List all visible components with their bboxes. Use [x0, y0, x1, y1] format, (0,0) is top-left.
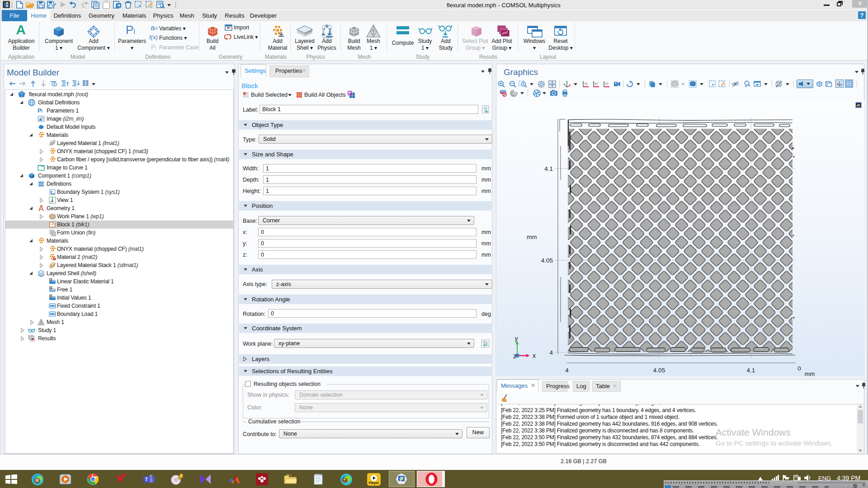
- svg-text:D: D: [50, 295, 52, 297]
- svg-text:x: x: [533, 352, 536, 359]
- svg-text:4.05: 4.05: [653, 367, 665, 374]
- svg-text:Player: Player: [369, 481, 379, 485]
- svg-text:mm: mm: [805, 371, 815, 376]
- svg-text:z: z: [513, 352, 516, 360]
- svg-text:mm: mm: [527, 234, 537, 240]
- svg-text:4.05: 4.05: [541, 257, 553, 264]
- svg-text:4.1: 4.1: [747, 367, 755, 374]
- svg-text:4: 4: [565, 367, 569, 374]
- svg-text:D: D: [50, 278, 52, 281]
- svg-text:0: 0: [797, 365, 801, 372]
- svg-text:4.1: 4.1: [544, 165, 553, 172]
- svg-text:yz: yz: [594, 81, 598, 85]
- svg-text:D: D: [50, 286, 52, 289]
- svg-text:y: y: [515, 335, 518, 342]
- svg-text:xz: xz: [605, 81, 609, 85]
- svg-text:xy: xy: [584, 81, 588, 85]
- svg-text:T: T: [145, 477, 148, 482]
- svg-text:4: 4: [549, 349, 553, 356]
